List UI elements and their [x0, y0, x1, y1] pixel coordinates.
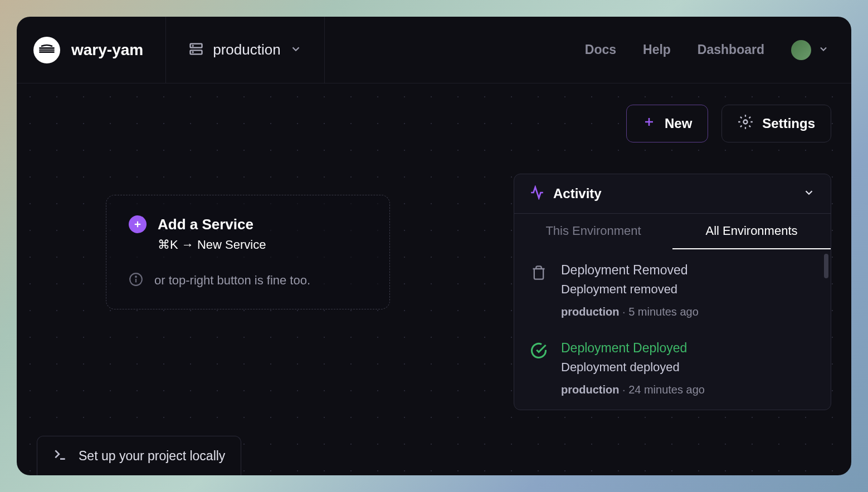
add-service-shortcut: ⌘K → New Service — [158, 238, 367, 252]
card-header: Add a Service — [129, 215, 367, 233]
scrollbar-thumb[interactable] — [824, 254, 828, 278]
tab-this-environment[interactable]: This Environment — [514, 214, 672, 249]
add-service-card[interactable]: Add a Service ⌘K → New Service or top-ri… — [106, 195, 390, 309]
meta-env: production — [561, 306, 619, 318]
meta-time: 24 minutes ago — [628, 383, 705, 396]
environment-selector[interactable]: production — [165, 17, 324, 83]
add-service-title: Add a Service — [158, 216, 253, 233]
activity-item[interactable]: Deployment Removed Deployment removed pr… — [530, 263, 815, 318]
card-hint: or top-right button is fine too. — [129, 272, 367, 289]
local-setup-label: Set up your project locally — [79, 449, 225, 464]
activity-tabs: This Environment All Environments — [514, 213, 831, 249]
activity-list: Deployment Removed Deployment removed pr… — [514, 249, 831, 410]
activity-item-title: Deployment Deployed — [561, 341, 815, 356]
header: wary-yam production Docs — [17, 17, 851, 83]
activity-header[interactable]: Activity — [514, 174, 831, 213]
meta-time: 5 minutes ago — [628, 306, 699, 318]
svg-point-4 — [193, 52, 193, 52]
chevron-down-icon — [803, 186, 815, 201]
tab-all-environments[interactable]: All Environments — [672, 214, 831, 249]
nav-dashboard[interactable]: Dashboard — [698, 42, 764, 57]
trash-icon — [530, 264, 548, 282]
environment-name: production — [213, 41, 280, 58]
svg-point-3 — [193, 45, 193, 46]
info-icon — [129, 272, 143, 289]
activity-panel: Activity This Environment All Environmen… — [514, 174, 831, 410]
plus-icon — [642, 115, 656, 132]
activity-title: Activity — [553, 186, 602, 201]
nav-help[interactable]: Help — [643, 42, 671, 57]
gear-icon — [738, 114, 753, 133]
user-menu[interactable] — [791, 40, 829, 60]
hint-text: or top-right button is fine too. — [154, 273, 310, 288]
terminal-icon — [53, 447, 67, 464]
activity-item[interactable]: Deployment Deployed Deployment deployed … — [530, 341, 815, 396]
check-circle-icon — [530, 342, 548, 360]
new-button[interactable]: New — [626, 105, 708, 142]
avatar — [791, 40, 811, 60]
action-buttons: New Settings — [626, 105, 831, 142]
chevron-down-icon — [818, 43, 829, 57]
activity-icon — [530, 185, 544, 202]
svg-point-7 — [744, 120, 748, 124]
local-setup-button[interactable]: Set up your project locally — [37, 436, 241, 475]
activity-item-meta: production · 24 minutes ago — [561, 383, 815, 396]
railway-logo-icon — [33, 37, 60, 63]
app-window: wary-yam production Docs — [17, 17, 851, 475]
activity-item-title: Deployment Removed — [561, 263, 815, 278]
activity-item-desc: Deployment removed — [561, 282, 815, 297]
chevron-down-icon — [290, 43, 302, 57]
activity-item-desc: Deployment deployed — [561, 360, 815, 375]
main-content: New Settings — [17, 83, 851, 475]
settings-button-label: Settings — [762, 116, 815, 131]
settings-button[interactable]: Settings — [721, 105, 831, 142]
project-name[interactable]: wary-yam — [71, 41, 143, 59]
nav-docs[interactable]: Docs — [585, 42, 616, 57]
logo-section: wary-yam — [33, 37, 165, 63]
plus-badge-icon — [129, 215, 147, 233]
nav-links: Docs Help Dashboard — [585, 42, 764, 57]
meta-env: production — [561, 383, 619, 396]
activity-item-meta: production · 5 minutes ago — [561, 306, 815, 318]
svg-point-12 — [135, 276, 136, 277]
new-button-label: New — [665, 116, 692, 131]
server-icon — [188, 41, 204, 59]
